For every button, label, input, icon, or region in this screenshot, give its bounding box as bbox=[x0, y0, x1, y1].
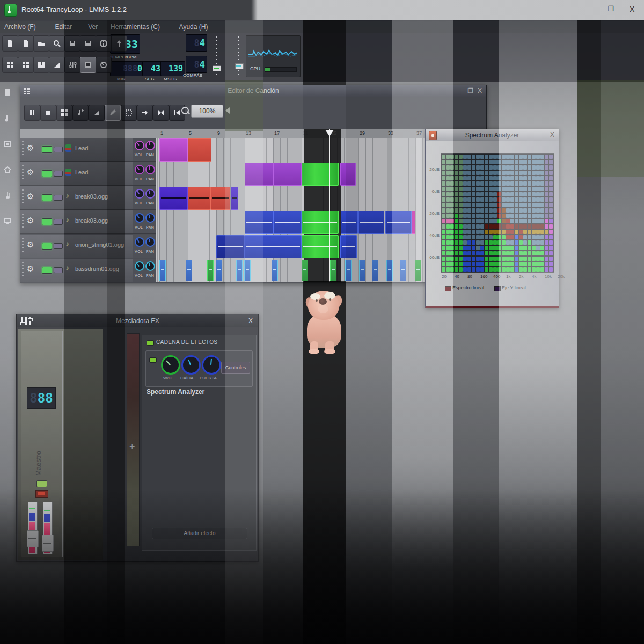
track-name[interactable]: orion_string01.ogg bbox=[75, 241, 124, 248]
spectrum-close-icon[interactable]: X bbox=[550, 131, 554, 138]
pattern-segment[interactable] bbox=[358, 211, 384, 234]
sidebar-samples-button[interactable] bbox=[1, 112, 14, 125]
pan-knob[interactable] bbox=[145, 213, 155, 223]
add-effect-button[interactable]: Añadir efecto bbox=[152, 528, 247, 539]
open-project-button[interactable] bbox=[33, 35, 49, 52]
track-header-bassdrum01-ogg[interactable]: ⚙♪bassdrum01.ogg bbox=[20, 259, 133, 282]
track-mute-led[interactable] bbox=[42, 243, 52, 250]
fx-titlebar[interactable]: Mezcladora FX X bbox=[17, 314, 258, 327]
sample-segment[interactable] bbox=[330, 260, 336, 281]
pattern-segment[interactable] bbox=[245, 163, 273, 186]
menu-archivo[interactable]: Archivo (F) bbox=[4, 23, 36, 31]
piano-roll-button[interactable] bbox=[33, 57, 49, 73]
volume-knob[interactable] bbox=[135, 237, 144, 247]
track-header-Lead[interactable]: ⚙Lead bbox=[20, 162, 133, 186]
effect-enable-led[interactable] bbox=[149, 357, 157, 363]
pattern-segment[interactable] bbox=[412, 211, 415, 234]
pattern-segment[interactable] bbox=[216, 235, 245, 258]
pattern-segment[interactable] bbox=[341, 211, 358, 234]
add-channel-strip[interactable]: + bbox=[127, 333, 140, 546]
track-solo-led[interactable] bbox=[54, 219, 63, 225]
pan-knob[interactable] bbox=[145, 261, 155, 271]
master-record-led[interactable] bbox=[35, 490, 48, 498]
controller-rack-button[interactable] bbox=[96, 57, 112, 73]
play-button[interactable] bbox=[24, 105, 40, 121]
sample-segment[interactable] bbox=[236, 260, 243, 281]
pan-knob[interactable] bbox=[145, 189, 155, 199]
sample-segment[interactable] bbox=[345, 260, 352, 281]
master-mute-led[interactable] bbox=[36, 480, 47, 487]
spectrum-titlebar[interactable]: Spectrum Analyzer X bbox=[426, 129, 559, 141]
sidebar-computer-button[interactable] bbox=[1, 215, 14, 228]
new-project-button[interactable] bbox=[2, 35, 18, 52]
legend-led[interactable] bbox=[494, 286, 501, 291]
track-solo-led[interactable] bbox=[54, 243, 63, 249]
sample-segment[interactable] bbox=[400, 260, 406, 281]
pattern-segment[interactable] bbox=[188, 187, 210, 210]
track-mute-led[interactable] bbox=[42, 194, 52, 201]
track-grip[interactable] bbox=[22, 165, 24, 181]
track-grip[interactable] bbox=[22, 238, 24, 254]
sidebar-instruments-button[interactable] bbox=[1, 86, 14, 99]
zoom-dropdown-icon[interactable] bbox=[225, 107, 230, 114]
volume-knob[interactable] bbox=[135, 261, 144, 271]
to-next-button[interactable] bbox=[137, 105, 153, 121]
track-name[interactable]: break03.ogg bbox=[75, 193, 108, 200]
track-header-break03-ogg[interactable]: ⚙♪break03.ogg bbox=[20, 210, 133, 234]
stop-button[interactable] bbox=[40, 105, 56, 121]
add-channel-plus[interactable]: + bbox=[129, 441, 135, 452]
vu-meter-right[interactable] bbox=[43, 502, 53, 554]
minimize-button[interactable]: – bbox=[587, 4, 591, 13]
track-solo-led[interactable] bbox=[54, 267, 63, 273]
pattern-segment[interactable] bbox=[231, 187, 239, 210]
track-gear-icon[interactable]: ⚙ bbox=[27, 192, 36, 201]
timeline[interactable]: 15913172125293337 bbox=[20, 129, 485, 138]
track-name[interactable]: break03.ogg bbox=[75, 217, 108, 224]
master-pitch-slider[interactable] bbox=[235, 36, 243, 75]
song-editor-titlebar[interactable]: Editor de Canción ❐ X bbox=[20, 85, 486, 97]
restore-button[interactable]: ❐ bbox=[608, 5, 614, 13]
track-grip[interactable] bbox=[22, 141, 24, 157]
pattern-segment[interactable] bbox=[385, 211, 412, 234]
bb-editor-button[interactable] bbox=[18, 57, 34, 73]
track-solo-led[interactable] bbox=[54, 195, 63, 201]
search-project-button[interactable] bbox=[49, 35, 65, 52]
track-mute-led[interactable] bbox=[42, 267, 52, 274]
project-info-button[interactable] bbox=[96, 35, 112, 52]
pattern-segment[interactable] bbox=[245, 235, 302, 258]
pan-knob[interactable] bbox=[145, 165, 155, 174]
sample-segment[interactable] bbox=[359, 260, 365, 281]
track-gear-icon[interactable]: ⚙ bbox=[27, 167, 36, 177]
track-mute-led[interactable] bbox=[42, 170, 52, 177]
menu-editar[interactable]: Editar bbox=[55, 23, 72, 31]
automation-editor-button[interactable] bbox=[49, 57, 65, 73]
new-from-template-button[interactable] bbox=[18, 35, 34, 52]
track-gear-icon[interactable]: ⚙ bbox=[27, 264, 36, 274]
track-header-orion_string01-ogg[interactable]: ⚙♪orion_string01.ogg bbox=[20, 235, 133, 258]
add-bb-track-button[interactable] bbox=[56, 105, 72, 121]
sample-segment[interactable] bbox=[207, 260, 214, 281]
chain-enable-led[interactable] bbox=[147, 340, 154, 346]
pan-knob[interactable] bbox=[145, 141, 155, 150]
volume-knob[interactable] bbox=[135, 189, 144, 199]
add-automation-track-button[interactable] bbox=[89, 105, 105, 121]
song-editor-button[interactable] bbox=[2, 57, 18, 73]
legend-led[interactable] bbox=[445, 286, 451, 291]
sample-segment[interactable] bbox=[415, 260, 421, 281]
pattern-segment[interactable] bbox=[159, 187, 188, 210]
pattern-segment[interactable] bbox=[302, 235, 339, 258]
sample-segment[interactable] bbox=[216, 260, 222, 281]
pattern-segment[interactable] bbox=[273, 163, 302, 186]
sample-segment[interactable] bbox=[159, 260, 166, 281]
track-gear-icon[interactable]: ⚙ bbox=[27, 240, 36, 250]
menu-ayuda[interactable]: Ayuda (H) bbox=[179, 23, 208, 31]
fx-mixer-button[interactable] bbox=[64, 57, 80, 73]
track-solo-led[interactable] bbox=[54, 147, 63, 152]
track-mute-led[interactable] bbox=[42, 146, 52, 153]
project-notes-button[interactable] bbox=[80, 57, 96, 73]
sample-segment[interactable] bbox=[186, 260, 192, 281]
pattern-segment[interactable] bbox=[159, 138, 188, 162]
fx-close-icon[interactable]: X bbox=[248, 317, 253, 325]
vu-meter-left[interactable] bbox=[28, 502, 38, 554]
menu-ver[interactable]: Ver bbox=[88, 23, 98, 31]
